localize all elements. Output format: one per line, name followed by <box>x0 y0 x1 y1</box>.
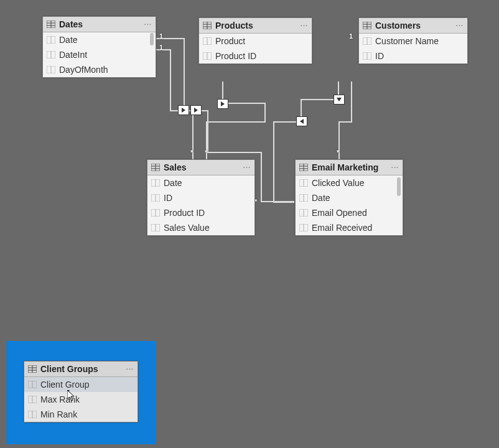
field-item[interactable]: DateInt <box>43 47 156 62</box>
filter-direction-arrow <box>190 105 202 115</box>
filter-direction-arrow <box>296 116 307 126</box>
column-icon <box>299 194 308 202</box>
field-item[interactable]: Date <box>43 32 156 47</box>
filter-direction-arrow <box>217 99 228 109</box>
field-name: Min Rank <box>40 409 77 419</box>
field-item[interactable]: Max Rank <box>24 392 138 407</box>
table-header[interactable]: Client Groups ··· <box>24 362 138 377</box>
field-list: Client Group Max Rank Min Rank <box>24 377 138 422</box>
column-icon <box>28 381 37 388</box>
field-name: DayOfMonth <box>59 65 108 75</box>
table-title: Client Groups <box>40 364 124 374</box>
column-icon <box>47 36 55 44</box>
field-item[interactable]: Customer Name <box>359 34 467 49</box>
svg-marker-2 <box>221 101 225 106</box>
field-list: Customer Name ID <box>359 34 467 63</box>
svg-marker-3 <box>300 119 304 124</box>
field-name: ID <box>164 193 172 203</box>
column-icon <box>151 179 160 187</box>
table-icon <box>47 21 55 28</box>
column-icon <box>151 209 160 217</box>
field-item[interactable]: DayOfMonth <box>43 62 156 77</box>
more-icon[interactable]: ··· <box>126 365 134 373</box>
more-icon[interactable]: ··· <box>301 22 308 29</box>
field-item[interactable]: Email Received <box>296 220 403 235</box>
table-icon <box>299 164 308 171</box>
table-header[interactable]: Email Marketing ··· <box>296 160 403 175</box>
field-list: Date DateInt DayOfMonth <box>43 32 156 77</box>
more-icon[interactable]: ··· <box>456 22 464 29</box>
field-name: Product ID <box>215 51 256 61</box>
table-customers[interactable]: Customers ··· Customer Name ID <box>358 17 468 64</box>
model-canvas[interactable]: { "tables": { "dates": { "title": "Dates… <box>0 0 499 448</box>
column-icon <box>203 37 212 45</box>
table-header[interactable]: Sales ··· <box>147 160 254 175</box>
field-item[interactable]: Email Opened <box>296 205 403 220</box>
column-icon <box>47 51 55 58</box>
table-title: Sales <box>164 162 241 172</box>
svg-marker-0 <box>182 108 185 113</box>
field-name: Date <box>164 178 182 188</box>
cardinality-many: * <box>190 149 193 156</box>
field-item[interactable]: Sales Value <box>147 220 254 235</box>
table-icon <box>151 164 160 171</box>
table-header[interactable]: Customers ··· <box>359 18 467 34</box>
column-icon <box>363 52 371 60</box>
field-name: Max Rank <box>40 394 80 404</box>
field-list: Clicked Value Date Email Opened Email Re… <box>296 175 403 235</box>
cardinality-one: 1 <box>159 44 163 51</box>
more-icon[interactable]: ··· <box>243 164 251 171</box>
field-item[interactable]: Min Rank <box>24 407 138 422</box>
column-icon <box>28 411 37 418</box>
column-icon <box>203 52 212 60</box>
svg-marker-4 <box>337 98 342 101</box>
table-sales[interactable]: Sales ··· Date ID Product ID Sales Value <box>147 159 255 236</box>
table-icon <box>28 365 37 373</box>
table-header[interactable]: Products ··· <box>199 18 312 34</box>
field-item[interactable]: Product ID <box>199 49 312 63</box>
field-item[interactable]: Clicked Value <box>296 175 403 190</box>
more-icon[interactable]: ··· <box>144 21 152 28</box>
filter-direction-arrow <box>333 95 345 105</box>
filter-direction-arrow <box>178 105 189 115</box>
table-title: Customers <box>375 21 454 30</box>
field-name: Product <box>215 36 245 46</box>
table-products[interactable]: Products ··· Product Product ID <box>198 17 312 64</box>
field-item[interactable]: Product ID <box>147 205 254 220</box>
field-item[interactable]: Date <box>296 190 403 205</box>
field-name: Date <box>59 35 78 45</box>
column-icon <box>151 224 160 231</box>
column-icon <box>299 209 308 217</box>
more-icon[interactable]: ··· <box>391 164 399 171</box>
field-name: Sales Value <box>164 223 210 233</box>
cardinality-one: 1 <box>349 32 353 40</box>
column-icon <box>47 66 55 73</box>
field-name: ID <box>375 51 384 61</box>
svg-marker-1 <box>194 108 198 113</box>
table-icon <box>363 22 371 29</box>
scrollbar-thumb[interactable] <box>397 177 401 196</box>
field-name: Product ID <box>164 208 205 218</box>
cardinality-one: 1 <box>159 32 163 40</box>
field-item[interactable]: Date <box>147 175 254 190</box>
field-name: Date <box>312 193 330 203</box>
table-header[interactable]: Dates ··· <box>43 17 156 32</box>
scrollbar-thumb[interactable] <box>150 33 154 45</box>
table-title: Products <box>215 21 298 30</box>
table-icon <box>203 22 212 29</box>
cardinality-many: * <box>205 149 207 156</box>
table-title: Email Marketing <box>312 162 389 172</box>
table-client-groups[interactable]: Client Groups ··· Client Group Max Rank … <box>24 361 138 422</box>
field-name: Client Group <box>40 380 90 390</box>
field-item[interactable]: ID <box>359 49 467 63</box>
field-item[interactable]: ID <box>147 190 254 205</box>
table-title: Dates <box>59 19 142 29</box>
column-icon <box>299 224 308 231</box>
table-dates[interactable]: Dates ··· Date DateInt DayOfMonth <box>42 16 156 78</box>
field-item[interactable]: Product <box>199 34 312 49</box>
field-name: Email Opened <box>312 208 367 218</box>
field-item[interactable]: Client Group <box>24 377 138 392</box>
field-name: Customer Name <box>375 36 439 46</box>
table-email-marketing[interactable]: Email Marketing ··· Clicked Value Date E… <box>295 159 403 236</box>
column-icon <box>363 37 371 45</box>
